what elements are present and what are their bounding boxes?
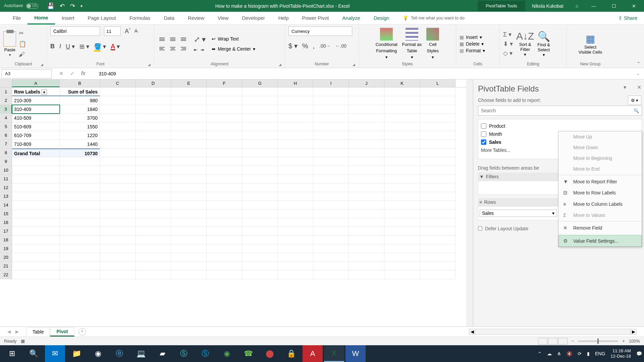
cell[interactable] (12, 270, 60, 279)
cell[interactable] (384, 236, 420, 244)
row-labels-filter-icon[interactable]: ▾ (42, 89, 47, 95)
cell[interactable] (100, 105, 136, 114)
excel-icon[interactable]: X (324, 345, 344, 362)
cell[interactable]: 1440 (60, 140, 100, 148)
cell[interactable] (60, 175, 100, 183)
cell[interactable] (242, 87, 278, 96)
sort-filter-button[interactable]: A↓Z Sort &Filter ▾ (516, 31, 534, 57)
row-header[interactable]: 9 (0, 157, 12, 166)
cell[interactable] (207, 209, 242, 218)
row-header[interactable]: 17 (0, 227, 12, 236)
cell[interactable] (100, 148, 136, 157)
cell[interactable] (313, 105, 349, 114)
cell[interactable] (100, 183, 136, 192)
cell[interactable] (12, 192, 60, 201)
cell[interactable] (207, 236, 242, 244)
cell[interactable] (384, 227, 420, 236)
delete-cells-button[interactable]: ▦Delete ▾ (460, 41, 485, 47)
cell[interactable] (171, 105, 207, 114)
cell[interactable] (207, 192, 242, 201)
autosum-icon[interactable]: Σ ▾ (503, 31, 513, 38)
cell[interactable] (242, 140, 278, 148)
cell[interactable] (313, 122, 349, 131)
cell[interactable] (100, 140, 136, 148)
cancel-formula-icon[interactable]: ✕ (59, 70, 63, 77)
clock[interactable]: 11:16 AM 12-Dec-18 (610, 348, 631, 359)
tab-power-pivot[interactable]: Power Pivot (296, 12, 336, 24)
gear-icon[interactable]: ⚙ ▾ (628, 96, 641, 105)
align-bottom-icon[interactable] (179, 35, 188, 43)
cell[interactable]: Sum of Sales (60, 87, 100, 96)
align-right-icon[interactable] (179, 45, 188, 53)
acrobat-icon[interactable]: A (303, 345, 323, 362)
cell[interactable]: 210-309 (12, 96, 60, 105)
cell[interactable] (171, 114, 207, 122)
cell[interactable] (136, 148, 171, 157)
cell[interactable] (242, 183, 278, 192)
cell[interactable] (349, 236, 384, 244)
row-header[interactable]: 8 (0, 148, 12, 157)
cell[interactable] (171, 87, 207, 96)
cell[interactable] (384, 87, 420, 96)
cell[interactable] (278, 270, 313, 279)
cell[interactable] (242, 122, 278, 131)
increase-decimal-icon[interactable]: .00→ (319, 43, 330, 49)
cell[interactable] (12, 218, 60, 227)
close-button[interactable]: ✕ (624, 0, 644, 12)
cell[interactable] (171, 244, 207, 253)
cell[interactable] (313, 201, 349, 209)
cell[interactable] (313, 157, 349, 166)
row-header[interactable]: 11 (0, 175, 12, 183)
cell[interactable] (420, 105, 455, 114)
cell[interactable] (207, 105, 242, 114)
font-color-button[interactable]: A ▾ (111, 43, 120, 50)
cell[interactable] (349, 218, 384, 227)
cell[interactable] (100, 209, 136, 218)
cell[interactable] (242, 192, 278, 201)
cell[interactable] (171, 236, 207, 244)
cell[interactable] (242, 114, 278, 122)
skype-icon[interactable]: Ⓢ (195, 345, 215, 362)
cell[interactable] (242, 270, 278, 279)
language-indicator[interactable]: ENG (595, 351, 605, 356)
row-header[interactable]: 15 (0, 209, 12, 218)
format-painter-icon[interactable]: 🖌 (19, 51, 26, 58)
paste-button[interactable]: Paste ▾ (3, 31, 16, 57)
cell[interactable] (313, 87, 349, 96)
cell[interactable]: 1840 (60, 105, 100, 114)
dialog-launcher-icon[interactable]: ◢ (279, 63, 281, 66)
snagit-icon[interactable]: ⬤ (260, 345, 280, 362)
cell[interactable] (349, 175, 384, 183)
cell[interactable] (136, 87, 171, 96)
row-header[interactable]: 19 (0, 244, 12, 253)
cell[interactable] (420, 218, 455, 227)
cell[interactable] (242, 157, 278, 166)
cell[interactable] (349, 209, 384, 218)
worksheet-grid[interactable]: A B C D E F G H I J K L 1Row Labels▾Sum … (0, 79, 466, 326)
cell[interactable]: 510-609 (12, 122, 60, 131)
horizontal-scrollbar[interactable]: ◀▶ (469, 329, 637, 335)
select-all-corner[interactable] (0, 79, 12, 87)
cell[interactable] (207, 122, 242, 131)
cell[interactable] (349, 157, 384, 166)
cell[interactable] (384, 122, 420, 131)
cell[interactable] (60, 227, 100, 236)
cell[interactable] (278, 140, 313, 148)
zoom-out-icon[interactable]: − (572, 339, 574, 344)
cell[interactable] (60, 166, 100, 175)
cell[interactable] (278, 114, 313, 122)
cell[interactable] (136, 140, 171, 148)
field-product[interactable]: Product (481, 122, 639, 130)
cell[interactable] (349, 148, 384, 157)
cell[interactable] (207, 166, 242, 175)
cell[interactable] (12, 157, 60, 166)
cell[interactable] (384, 131, 420, 140)
cell[interactable]: 1220 (60, 131, 100, 140)
cell[interactable]: 410-509 (12, 114, 60, 122)
row-header[interactable]: 3 (0, 105, 12, 114)
format-cells-button[interactable]: ▦Format ▾ (460, 48, 485, 53)
next-sheet-icon[interactable]: ▶ (15, 329, 19, 334)
cell[interactable] (313, 262, 349, 270)
share-button[interactable]: ⇧ Share (618, 15, 637, 21)
app-icon[interactable]: ▰ (152, 345, 172, 362)
